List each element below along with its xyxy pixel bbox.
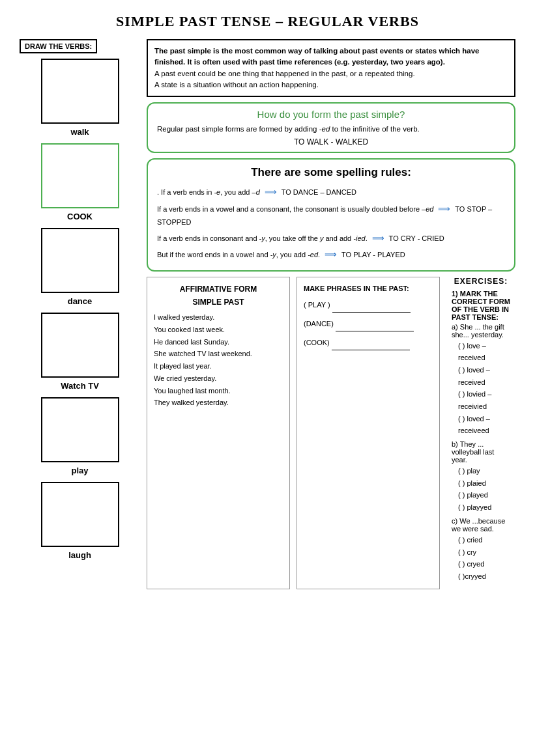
subq-label-1: b) They ... volleyball last year. (452, 440, 510, 464)
exercise-instruction-0: 1) MARK THE CORRECT FORM OF THE VERB IN … (452, 290, 510, 321)
verb-box-1 (41, 143, 119, 208)
bottom-row: AFFIRMATIVE FORM SIMPLE PAST I walked ye… (147, 277, 515, 589)
left-column: DRAW THE VERBS: walkCOOKdanceWatch TVpla… (20, 39, 140, 589)
info-box: The past simple is the most common way o… (147, 39, 515, 97)
right-column: The past simple is the most common way o… (147, 39, 515, 589)
make-phrase-item-1: (DANCE) (304, 318, 433, 331)
choice-2-1: ( ) cry (458, 546, 510, 559)
choice-1-3: ( ) playyed (458, 501, 510, 514)
how-box-title: How do you form the past simple? (157, 109, 505, 120)
verb-item-walk: walk (20, 59, 140, 137)
verb-label-4: play (71, 466, 88, 475)
affirmative-line-4: It played last year. (154, 360, 283, 372)
spelling-rule-1: . If a verb ends in -e, you add –d ⟹ TO … (157, 184, 505, 199)
subq-label-0: a) She ... the gift she... yesterday. (452, 323, 510, 339)
affirmative-line-3: She watched TV last weekend. (154, 348, 283, 360)
affirmative-line-7: They walked yesterday. (154, 397, 283, 409)
verb-label-0: walk (70, 127, 89, 137)
how-box-example: TO WALK - WALKED (157, 137, 505, 147)
choice-2-3: ( )cryyed (458, 570, 510, 583)
exercise-0: 1) MARK THE CORRECT FORM OF THE VERB IN … (452, 290, 510, 583)
sub-question-1: b) They ... volleyball last year.( ) pla… (452, 440, 510, 514)
verb-item-laugh: laugh (20, 482, 140, 560)
verb-item-dance: dance (20, 228, 140, 306)
spelling-box: There are some spelling rules: . If a ve… (147, 158, 515, 271)
exercises-box: EXERCISES: 1) MARK THE CORRECT FORM OF T… (446, 277, 515, 589)
affirmative-line-1: You cooked last week. (154, 324, 283, 336)
affirmative-line-6: You laughed last month. (154, 385, 283, 397)
choice-2-0: ( ) cried (458, 534, 510, 546)
verb-box-3 (41, 313, 119, 378)
make-phrases-title: MAKE PHRASES IN THE PAST: (304, 283, 433, 296)
choice-0-3: ( ) loved – receiveed (458, 413, 510, 437)
how-box-body: Regular past simple forms are formed by … (157, 124, 505, 135)
verb-box-0 (41, 59, 119, 124)
verb-item-cook: COOK (20, 143, 140, 221)
info-text2: A past event could be one thing that hap… (154, 70, 415, 77)
info-text3: A state is a situation without an action… (154, 81, 319, 89)
verb-label-3: Watch TV (61, 381, 99, 391)
draw-verbs-label: DRAW THE VERBS: (20, 39, 97, 53)
sub-question-2: c) We ...because we were sad.( ) cried( … (452, 517, 510, 583)
choice-2-2: ( ) cryed (458, 558, 510, 570)
make-phrase-item-2: (COOK) (304, 337, 433, 350)
affirmative-line-5: We cried yesterday. (154, 372, 283, 385)
make-phrase-item-0: ( PLAY ) (304, 299, 433, 313)
sub-question-0: a) She ... the gift she... yesterday.( )… (452, 323, 510, 438)
spelling-title: There are some spelling rules: (157, 166, 505, 179)
verb-label-2: dance (68, 296, 93, 306)
choice-1-0: ( ) play (458, 465, 510, 477)
verb-box-5 (41, 482, 119, 547)
verb-box-4 (41, 397, 119, 462)
info-text1: The past simple is the most common way o… (154, 47, 479, 66)
verb-item-play: play (20, 397, 140, 475)
affirmative-box: AFFIRMATIVE FORM SIMPLE PAST I walked ye… (147, 277, 290, 589)
how-box: How do you form the past simple? Regular… (147, 102, 515, 153)
verb-item-watch-tv: Watch TV (20, 313, 140, 391)
spelling-rule-2: If a verb ends in a vowel and a consonan… (157, 201, 505, 229)
verb-box-2 (41, 228, 119, 293)
page-title: SIMPLE PAST TENSE – REGULAR VERBS (20, 13, 515, 30)
affirmative-line-2: He danced last Sunday. (154, 336, 283, 348)
spelling-rule-4: But if the word ends in a vowel and -y, … (157, 247, 505, 262)
choice-1-2: ( ) played (458, 489, 510, 501)
make-phrases-box: MAKE PHRASES IN THE PAST: ( PLAY ) (DANC… (296, 277, 440, 589)
choice-1-1: ( ) plaied (458, 477, 510, 490)
spelling-rule-3: If a verb ends in consonant and -y, you … (157, 231, 505, 245)
verb-label-5: laugh (68, 550, 91, 560)
verb-label-1: COOK (67, 212, 93, 221)
choice-0-0: ( ) love – received (458, 340, 510, 364)
affirmative-title: AFFIRMATIVE FORM SIMPLE PAST (154, 283, 283, 309)
choice-0-1: ( ) loved – received (458, 364, 510, 388)
exercises-title: EXERCISES: (452, 277, 510, 286)
affirmative-line-0: I walked yesterday. (154, 311, 283, 324)
subq-label-2: c) We ...because we were sad. (452, 517, 510, 533)
choice-0-2: ( ) lovied – receivied (458, 388, 510, 412)
